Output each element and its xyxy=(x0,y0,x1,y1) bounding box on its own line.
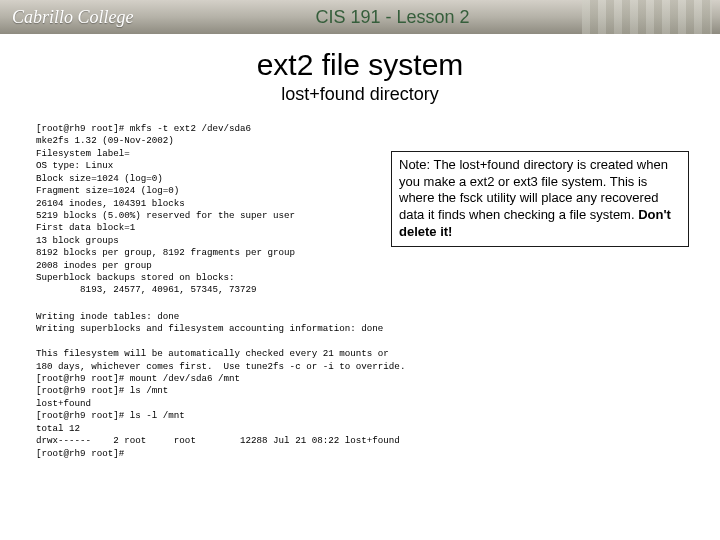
slide-subtitle: lost+found directory xyxy=(0,84,720,105)
slide-title: ext2 file system xyxy=(0,48,720,82)
terminal-output-lower: Writing inode tables: done Writing super… xyxy=(36,311,684,460)
header-banner: Cabrillo College CIS 191 - Lesson 2 xyxy=(0,0,720,34)
header-photo xyxy=(582,0,712,34)
college-logo: Cabrillo College xyxy=(0,7,205,28)
note-text: Note: The lost+found directory is create… xyxy=(399,157,668,222)
note-callout: Note: The lost+found directory is create… xyxy=(391,151,689,247)
